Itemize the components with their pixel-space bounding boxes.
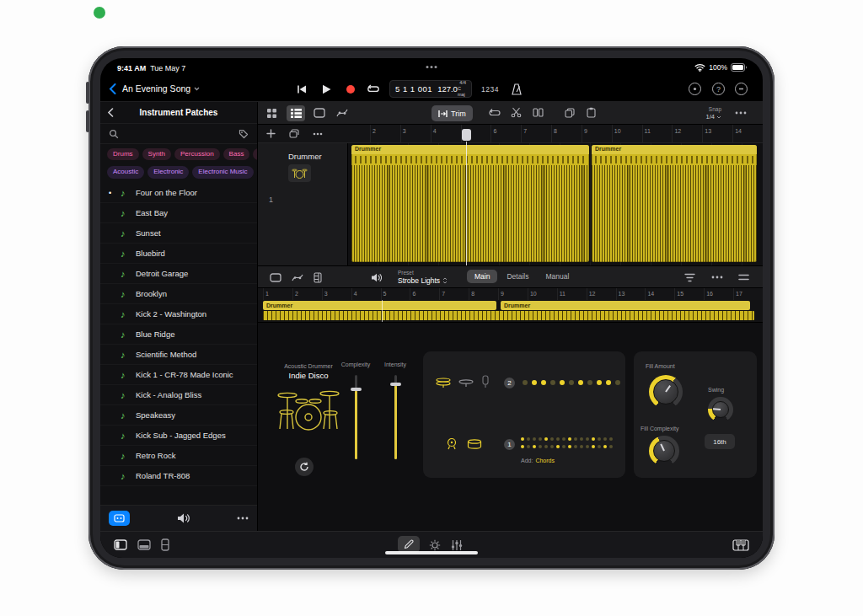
ruler-number[interactable]: 2 bbox=[292, 288, 322, 300]
drum-kit-illustration[interactable] bbox=[276, 387, 340, 434]
playhead-line[interactable] bbox=[466, 142, 467, 265]
grid-resolution-button[interactable]: 16th bbox=[705, 434, 735, 449]
ride-cymbal-icon[interactable] bbox=[458, 378, 474, 388]
ruler-number[interactable]: 2 bbox=[370, 125, 400, 142]
tag-pill[interactable]: Percussion bbox=[174, 148, 220, 160]
editor-toggle-icon[interactable] bbox=[137, 539, 151, 550]
preset-selector[interactable]: Preset Strobe Lights bbox=[398, 270, 448, 285]
toolbar-more-icon[interactable] bbox=[735, 111, 747, 115]
complexity-slider[interactable]: Complexity bbox=[333, 362, 378, 459]
display-mode-icon[interactable] bbox=[689, 83, 701, 95]
search-icon[interactable] bbox=[109, 129, 119, 139]
song-title[interactable]: An Evening Song bbox=[122, 83, 200, 94]
ruler-number[interactable]: 8 bbox=[551, 125, 582, 142]
help-icon[interactable]: ? bbox=[712, 83, 725, 95]
ruler-number[interactable]: 16 bbox=[704, 288, 733, 300]
sidebar-back-chevron-icon[interactable] bbox=[107, 108, 114, 117]
fill-complexity-knob[interactable] bbox=[649, 436, 679, 466]
patch-list-item[interactable]: Four on the Floor bbox=[100, 183, 257, 203]
home-indicator[interactable] bbox=[385, 551, 478, 554]
count-in-button[interactable]: 1234 bbox=[481, 85, 499, 94]
patch-list-item[interactable]: Sunset bbox=[100, 223, 257, 244]
ruler-number[interactable]: 9 bbox=[582, 125, 612, 142]
ruler-number[interactable]: 17 bbox=[733, 288, 763, 300]
ruler-number[interactable]: 11 bbox=[557, 288, 587, 300]
ruler-number[interactable]: 14 bbox=[732, 125, 763, 142]
pencil-tool-button[interactable] bbox=[398, 536, 420, 553]
track-header[interactable]: 1 Drummer bbox=[258, 143, 348, 265]
track-more-icon[interactable] bbox=[313, 132, 323, 136]
piano-keyboard-icon[interactable] bbox=[732, 539, 749, 551]
more-icon[interactable] bbox=[237, 517, 249, 520]
copy-icon[interactable] bbox=[565, 108, 575, 118]
filter-icon[interactable] bbox=[684, 273, 695, 282]
multitasking-dots-icon[interactable] bbox=[426, 66, 437, 68]
velocity-tool-icon[interactable] bbox=[429, 539, 441, 551]
trim-mode-button[interactable]: Trim bbox=[432, 105, 473, 121]
patch-list-item[interactable]: Kick - Analog Bliss bbox=[100, 385, 257, 405]
drummer-region-1[interactable]: Drummer bbox=[351, 145, 589, 262]
patch-list-item[interactable]: Kick 2 - Washington bbox=[100, 304, 257, 324]
tag-pill[interactable]: Keyboard bbox=[253, 148, 257, 160]
lcd-display[interactable]: 5 1 1 001 127.0 4/4 C maj bbox=[389, 80, 472, 98]
paste-icon[interactable] bbox=[587, 107, 596, 118]
ruler-number[interactable]: 15 bbox=[674, 288, 704, 300]
snare-kick-icon[interactable] bbox=[467, 438, 482, 450]
patch-list-item[interactable]: East Bay bbox=[100, 203, 257, 223]
patch-list-item[interactable]: Kick 1 - CR-78 Made Iconic bbox=[100, 365, 257, 385]
tag-pill[interactable]: Synth bbox=[142, 148, 171, 160]
hihat-icon[interactable] bbox=[435, 377, 452, 388]
snap-control[interactable]: Snap 1/4 bbox=[696, 106, 721, 121]
patch-list-item[interactable]: Scientific Method bbox=[100, 345, 257, 365]
ruler-number[interactable]: 11 bbox=[642, 125, 673, 142]
minimize-icon[interactable] bbox=[735, 83, 748, 95]
kick-pattern-dots-bottom[interactable] bbox=[521, 445, 613, 448]
ruler-number[interactable]: 9 bbox=[498, 288, 528, 300]
ruler-number[interactable]: 13 bbox=[616, 288, 646, 300]
editor-tab[interactable]: Manual bbox=[538, 270, 576, 283]
shaker-icon[interactable] bbox=[445, 437, 458, 451]
editor-region-2[interactable]: Drummer bbox=[501, 301, 750, 310]
add-track-icon[interactable] bbox=[266, 129, 276, 138]
complexity-track[interactable] bbox=[355, 375, 357, 459]
intensity-slider[interactable]: Intensity bbox=[373, 362, 418, 459]
drag-handle-icon[interactable] bbox=[738, 274, 749, 281]
track-stack-icon[interactable] bbox=[289, 129, 299, 138]
ruler-number[interactable]: 10 bbox=[612, 125, 642, 142]
plugin-speaker-icon[interactable] bbox=[371, 273, 382, 282]
ruler-number[interactable]: 4 bbox=[431, 125, 461, 142]
regions-view-icon[interactable] bbox=[314, 108, 325, 118]
kick-pattern-dots-top[interactable] bbox=[521, 437, 613, 441]
record-button[interactable] bbox=[346, 84, 356, 94]
swing-knob[interactable] bbox=[708, 397, 733, 422]
patch-list-item[interactable]: Kick Sub - Jagged Edges bbox=[100, 426, 257, 446]
ruler-number[interactable]: 5 bbox=[381, 288, 410, 300]
preview-speaker-icon[interactable] bbox=[177, 513, 190, 523]
editor-tab[interactable]: Details bbox=[499, 270, 536, 283]
browser-toggle-icon[interactable] bbox=[114, 539, 127, 550]
drummer-region-2[interactable]: Drummer bbox=[592, 145, 757, 262]
patch-list-item[interactable]: Roland TR-808 bbox=[100, 466, 257, 486]
piano-roll-icon[interactable] bbox=[314, 272, 322, 283]
kick-row-badge[interactable]: 1 bbox=[504, 439, 515, 450]
cell-view-icon[interactable] bbox=[161, 538, 169, 551]
loop-tool-icon[interactable] bbox=[489, 108, 501, 118]
hihat-pattern-dots[interactable] bbox=[523, 380, 620, 385]
ruler-number[interactable]: 7 bbox=[521, 125, 551, 142]
ruler-number[interactable]: 4 bbox=[351, 288, 381, 300]
ruler-number[interactable]: 12 bbox=[587, 288, 616, 300]
editor-region-1[interactable]: Drummer bbox=[263, 301, 496, 310]
hihat-row-badge[interactable]: 2 bbox=[504, 378, 515, 388]
tag-pill[interactable]: Electronic Music bbox=[192, 166, 253, 178]
play-button[interactable] bbox=[322, 84, 331, 94]
intensity-handle[interactable] bbox=[390, 383, 401, 386]
ruler-number[interactable]: 3 bbox=[400, 125, 431, 142]
patch-list-item[interactable]: Bluebird bbox=[100, 244, 257, 264]
editor-more-icon[interactable] bbox=[711, 276, 723, 279]
complexity-handle[interactable] bbox=[351, 388, 362, 391]
percussion-icon[interactable] bbox=[480, 375, 490, 388]
automation-icon[interactable] bbox=[336, 108, 348, 118]
playhead-handle[interactable] bbox=[462, 129, 471, 141]
ruler-number[interactable]: 14 bbox=[645, 288, 674, 300]
patch-list-item[interactable]: Brooklyn bbox=[100, 284, 257, 304]
